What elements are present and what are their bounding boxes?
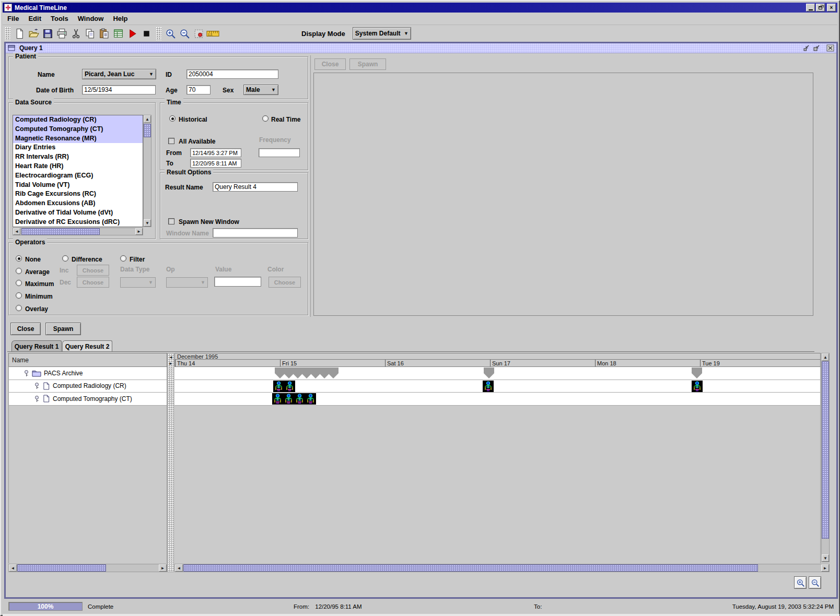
scroll-down-icon[interactable]: ▼ [144,219,151,227]
scroll-down-icon[interactable]: ▼ [822,554,829,562]
ruler-icon[interactable]: 1,2, [206,27,219,40]
menu-edit[interactable]: Edit [24,13,46,24]
timeline-vscrollbar[interactable]: ▲ ▼ [821,353,830,562]
open-file-icon[interactable] [27,27,40,40]
data-source-item[interactable]: Computed Tomography (CT) [13,125,143,134]
op-select[interactable]: ▼ [166,277,208,288]
from-field[interactable]: 12/14/95 3:27 PM [190,148,241,157]
print-icon[interactable] [55,27,68,40]
scan-thumbnail[interactable] [692,381,703,392]
menu-window[interactable]: Window [73,13,109,24]
event-marker-icon[interactable] [692,368,702,378]
scroll-left-icon[interactable]: ◄ [13,228,20,235]
copy-icon[interactable] [84,27,97,40]
tab-query-result-1[interactable]: Query Result 1 [11,340,62,352]
historical-radio[interactable] [169,115,176,122]
close-button[interactable]: Close [10,323,41,335]
real-time-radio[interactable] [262,115,269,122]
inc-choose-button[interactable]: Choose [77,265,109,276]
data-source-item[interactable]: Diary Entries [13,143,143,152]
restore-button[interactable] [816,4,825,11]
menu-help[interactable]: Help [108,13,132,24]
stop-icon[interactable] [140,27,153,40]
result-name-field[interactable]: Query Result 4 [213,182,298,192]
timeline-zoom-out-button[interactable] [809,576,821,589]
scroll-up-icon[interactable]: ▲ [144,115,151,123]
report-icon[interactable] [112,27,125,40]
tab-query-result-2[interactable]: Query Result 2 [62,340,112,352]
tree-row[interactable]: Computed Tomography (CT) [9,393,167,406]
paste-icon[interactable] [98,27,111,40]
result-spawn-button[interactable]: Spawn [349,58,386,70]
new-document-icon[interactable] [13,27,26,40]
menu-tools[interactable]: Tools [46,13,73,24]
tree-hscrollbar[interactable]: ◄ ► [8,564,167,572]
data-type-select[interactable]: ▼ [120,277,156,288]
frame-iconify-button[interactable] [802,44,811,52]
query-frame-titlebar[interactable]: Query 1 [6,43,836,53]
scroll-right-icon[interactable]: ► [135,228,143,235]
cut-icon[interactable] [69,27,83,40]
patient-sex-select[interactable]: Male ▼ [243,85,278,95]
data-source-item[interactable]: Magnetic Resonance (MR) [13,134,143,144]
zoom-in-icon[interactable] [164,27,177,40]
result-close-button[interactable]: Close [314,58,346,70]
scrollbar-thumb[interactable] [17,564,106,572]
data-source-item[interactable]: Derivative of Tidal Volume (dVt) [13,208,143,218]
to-field[interactable]: 12/20/95 8:11 AM [190,159,241,168]
operator-maximum-radio[interactable] [16,280,22,286]
window-name-field[interactable] [213,228,298,238]
data-source-item[interactable]: Electrocardiogram (ECG) [13,171,143,181]
operator-filter-radio[interactable] [120,255,126,262]
frame-maximize-button[interactable] [812,44,821,52]
expand-right-icon[interactable]: ► [169,361,173,366]
save-icon[interactable] [41,27,54,40]
tree-handle-icon[interactable] [34,395,40,402]
display-mode-select[interactable]: System Default ▼ [353,27,411,40]
scan-thumbnail[interactable] [273,381,295,392]
data-source-hscrollbar[interactable]: ◄ ► [13,228,143,235]
data-source-item[interactable]: Derivative of RC Excusions (dRC) [13,218,143,227]
frame-close-button[interactable] [826,44,834,52]
scroll-left-icon[interactable]: ◄ [9,564,17,572]
patient-name-select[interactable]: Picard, Jean Luc ▼ [82,69,156,79]
scrollbar-thumb[interactable] [21,228,100,235]
patient-dob-field[interactable]: 12/5/1934 [82,85,156,94]
operator-none-radio[interactable] [16,255,22,262]
play-icon[interactable] [126,27,139,40]
operator-difference-radio[interactable] [62,255,68,262]
scroll-right-icon[interactable]: ► [159,564,167,572]
patient-id-field[interactable]: 2050004 [186,69,278,79]
zoom-out-icon[interactable] [178,27,191,40]
data-source-item[interactable]: Rib Cage Excursions (RC) [13,189,143,199]
scan-thumbnail[interactable] [272,393,316,405]
data-source-item[interactable]: Tidal Volume (VT) [13,181,143,190]
color-choose-button[interactable]: Choose [269,277,301,288]
operator-minimum-radio[interactable] [16,292,22,299]
snapshot-icon[interactable] [192,27,205,40]
split-pane-divider[interactable]: ◄ ► [167,353,174,572]
event-marker-icon[interactable] [328,368,339,378]
data-source-item[interactable]: Heart Rate (HR) [13,162,143,171]
operator-overlay-radio[interactable] [16,305,22,311]
spawn-new-window-checkbox[interactable] [168,218,174,224]
tree-handle-icon[interactable] [34,382,40,389]
tree-handle-icon[interactable] [24,370,29,377]
minimize-button[interactable] [806,4,815,11]
scrollbar-thumb[interactable] [183,564,758,572]
tree-row[interactable]: PACS Archive [9,367,167,380]
scroll-up-icon[interactable]: ▲ [822,353,829,361]
scroll-right-icon[interactable]: ► [821,564,829,572]
event-marker-icon[interactable] [484,368,494,378]
scrollbar-thumb[interactable] [144,124,151,137]
tree-row[interactable]: Computed Radiology (CR) [9,380,167,393]
data-source-item[interactable]: Abdomen Excusions (AB) [13,199,143,208]
timeline-zoom-in-button[interactable] [794,576,807,589]
frequency-field[interactable] [259,148,300,157]
scan-thumbnail[interactable] [483,381,494,392]
data-source-vscrollbar[interactable]: ▲ ▼ [143,115,151,227]
data-source-item[interactable]: RR Intervals (RR) [13,152,143,162]
scroll-left-icon[interactable]: ◄ [175,564,183,572]
all-available-checkbox[interactable] [168,138,174,144]
dec-choose-button[interactable]: Choose [77,277,109,288]
